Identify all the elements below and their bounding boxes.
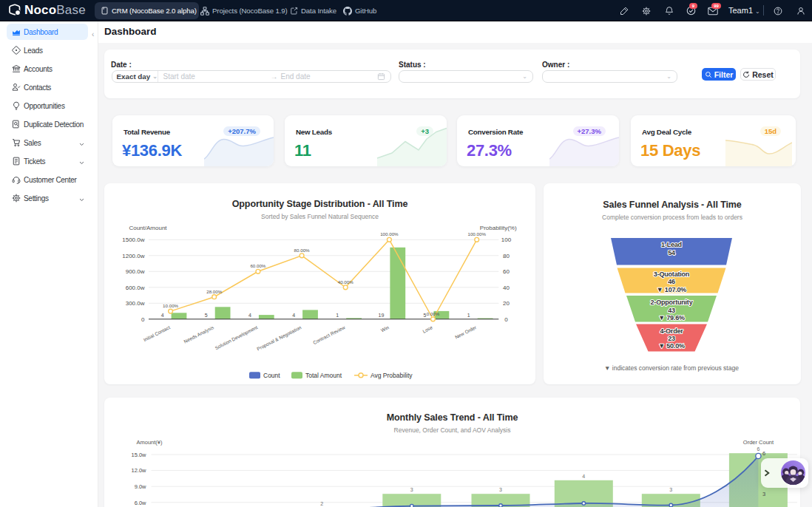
- svg-text:1: 1: [467, 313, 470, 318]
- svg-text:6: 6: [757, 446, 759, 452]
- svg-text:0: 0: [504, 316, 508, 323]
- svg-text:Count/Amount: Count/Amount: [129, 225, 167, 231]
- svg-text:Solution Development: Solution Development: [214, 324, 258, 351]
- svg-text:Proposal & Negotiation: Proposal & Negotiation: [256, 324, 302, 352]
- svg-text:28.00%: 28.00%: [206, 289, 222, 294]
- svg-text:1500.0w: 1500.0w: [122, 237, 144, 243]
- svg-text:▼ 79.6%: ▼ 79.6%: [658, 314, 685, 321]
- svg-text:54: 54: [668, 249, 675, 256]
- svg-text:Total Amount: Total Amount: [305, 372, 342, 379]
- svg-text:100: 100: [501, 237, 512, 243]
- svg-text:0.00%: 0.00%: [427, 311, 440, 316]
- svg-text:Count: Count: [263, 372, 280, 379]
- svg-text:46: 46: [668, 278, 675, 285]
- svg-text:5: 5: [205, 313, 208, 318]
- svg-text:3: 3: [762, 491, 765, 497]
- svg-text:Needs Analysis: Needs Analysis: [183, 324, 215, 345]
- svg-text:600.0w: 600.0w: [126, 285, 145, 291]
- svg-text:3: 3: [499, 487, 502, 492]
- svg-text:3: 3: [410, 487, 413, 492]
- svg-text:60: 60: [503, 268, 510, 275]
- svg-text:Probability(%): Probability(%): [480, 225, 517, 231]
- svg-text:100.00%: 100.00%: [467, 231, 486, 237]
- svg-text:Lose: Lose: [422, 324, 433, 334]
- svg-text:Win: Win: [380, 324, 390, 333]
- svg-text:40: 40: [503, 285, 510, 291]
- svg-text:4-Order: 4-Order: [660, 327, 683, 335]
- svg-text:6.0w: 6.0w: [135, 500, 146, 506]
- svg-text:1-Lead: 1-Lead: [661, 241, 682, 248]
- svg-text:▼ 107.0%: ▼ 107.0%: [657, 286, 687, 293]
- svg-text:2: 2: [320, 501, 323, 506]
- svg-text:Contract Review: Contract Review: [312, 324, 346, 345]
- svg-text:Initial Contact: Initial Contact: [143, 324, 171, 342]
- svg-text:2-Opportunity: 2-Opportunity: [651, 299, 693, 306]
- svg-text:43: 43: [668, 307, 675, 314]
- svg-text:23: 23: [668, 335, 675, 342]
- svg-text:Order Count: Order Count: [743, 439, 774, 446]
- svg-text:9.0w: 9.0w: [135, 483, 146, 490]
- svg-text:20: 20: [503, 300, 510, 307]
- svg-text:300.0w: 300.0w: [126, 300, 145, 307]
- svg-text:15.0w: 15.0w: [131, 452, 146, 458]
- svg-text:19: 19: [379, 313, 385, 318]
- svg-text:4: 4: [582, 474, 585, 479]
- svg-text:0: 0: [141, 316, 145, 323]
- svg-text:1: 1: [336, 313, 339, 318]
- svg-text:4: 4: [248, 313, 251, 318]
- svg-text:12.0w: 12.0w: [131, 467, 146, 474]
- svg-text:6: 6: [762, 450, 765, 457]
- svg-text:60.00%: 60.00%: [250, 263, 265, 268]
- svg-text:▼ 50.0%: ▼ 50.0%: [658, 342, 685, 350]
- svg-text:▼ indicates conversion rate fr: ▼ indicates conversion rate from previou…: [604, 364, 739, 372]
- svg-text:New Order: New Order: [454, 324, 478, 340]
- svg-text:10.00%: 10.00%: [163, 303, 178, 308]
- svg-text:4: 4: [161, 313, 164, 318]
- svg-text:100.00%: 100.00%: [380, 231, 399, 237]
- svg-text:900.0w: 900.0w: [126, 268, 145, 275]
- svg-text:4: 4: [292, 313, 295, 318]
- svg-text:80: 80: [503, 253, 510, 259]
- svg-text:Amount(¥): Amount(¥): [136, 439, 163, 446]
- svg-text:1200.0w: 1200.0w: [122, 253, 144, 259]
- svg-text:3-Quotation: 3-Quotation: [654, 270, 689, 278]
- svg-text:40.00%: 40.00%: [338, 279, 353, 285]
- svg-text:3: 3: [669, 487, 672, 492]
- svg-text:Avg Probability: Avg Probability: [371, 372, 413, 379]
- svg-text:80.00%: 80.00%: [294, 248, 310, 253]
